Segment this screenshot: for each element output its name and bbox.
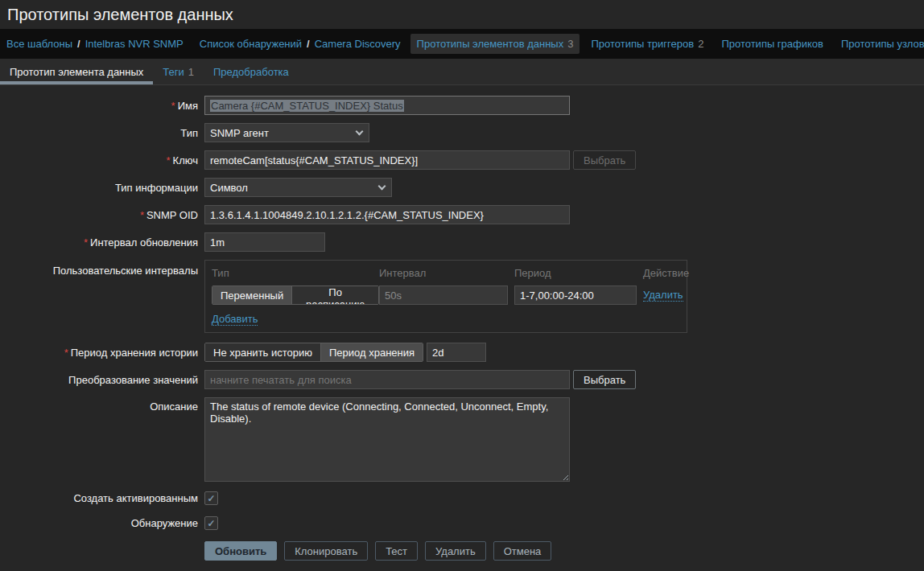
checkmark-icon: ✓	[207, 493, 215, 504]
row-custom-intervals: Пользовательские интервалы Тип Интервал …	[0, 260, 924, 333]
update-button[interactable]: Обновить	[204, 541, 277, 561]
interval-add-link[interactable]: Добавить	[212, 313, 258, 326]
create-enabled-label: Создать активированным	[0, 492, 204, 504]
info-type-select-value: Символ	[210, 182, 248, 194]
type-label: Тип	[0, 127, 204, 139]
tab-label: Предобработка	[213, 66, 289, 78]
row-update-interval: *Интервал обновления	[0, 232, 924, 252]
custom-intervals-table: Тип Интервал Период Действие Переменный …	[204, 260, 687, 333]
tab-label: Теги	[163, 66, 184, 78]
custom-interval-row: Переменный По расписанию Удалить	[212, 286, 680, 305]
chevron-down-icon	[378, 183, 386, 191]
breadcrumb-sections: Прототипы элементов данных3 Прототипы тр…	[410, 34, 924, 54]
section-item-prototypes[interactable]: Прототипы элементов данных3	[410, 34, 580, 54]
info-type-select[interactable]: Символ	[204, 178, 392, 197]
history-label: *Период хранения истории	[0, 347, 204, 359]
create-enabled-checkbox[interactable]: ✓	[204, 491, 218, 505]
section-label: Прототипы триггеров	[591, 38, 694, 50]
section-trigger-prototypes[interactable]: Прототипы триггеров2	[584, 34, 710, 54]
type-select[interactable]: SNMP агент	[204, 123, 369, 142]
row-snmp-oid: *SNMP OID	[0, 205, 924, 224]
test-button[interactable]: Тест	[375, 541, 418, 561]
row-type: Тип SNMP агент	[0, 123, 924, 142]
discover-checkbox[interactable]: ✓	[204, 516, 218, 530]
section-label: Прототипы элементов данных	[417, 38, 564, 50]
col-header-action: Действие	[643, 267, 695, 279]
required-marker: *	[140, 209, 144, 221]
row-name: *Имя Camera {#CAM_STATUS_INDEX} Status	[0, 96, 924, 115]
key-input[interactable]	[204, 150, 570, 170]
col-header-period: Период	[514, 267, 643, 279]
history-period-input[interactable]	[427, 343, 486, 362]
breadcrumb-separator: /	[77, 38, 80, 50]
row-create-enabled: Создать активированным ✓	[0, 491, 924, 505]
valuemap-select-button[interactable]: Выбрать	[573, 370, 636, 389]
clone-button[interactable]: Клонировать	[284, 541, 368, 561]
key-select-button[interactable]: Выбрать	[573, 150, 636, 170]
row-info-type: Тип информации Символ	[0, 178, 924, 197]
page-header: Прототипы элементов данных	[0, 0, 924, 29]
page-title: Прототипы элементов данных	[7, 6, 233, 23]
interval-type-flexible-button[interactable]: Переменный	[212, 286, 292, 304]
section-label: Прототипы графиков	[721, 38, 823, 50]
tab-badge: 1	[188, 66, 194, 78]
history-do-not-keep-button[interactable]: Не хранить историю	[205, 343, 321, 361]
custom-intervals-header: Тип Интервал Период Действие	[212, 267, 680, 279]
required-marker: *	[171, 100, 175, 112]
interval-remove-link[interactable]: Удалить	[643, 289, 683, 302]
valuemap-search-input[interactable]	[204, 370, 570, 389]
breadcrumb-template[interactable]: Intelbras NVR SNMP	[85, 38, 184, 50]
snmp-oid-label: *SNMP OID	[0, 209, 204, 221]
description-textarea[interactable]: The status of remote device (Connecting,…	[204, 397, 570, 482]
breadcrumb-discovery-rule[interactable]: Camera Discovery	[315, 38, 401, 50]
section-graph-prototypes[interactable]: Прототипы графиков	[715, 34, 830, 54]
interval-type-scheduling-button[interactable]: По расписанию	[292, 286, 378, 304]
info-type-label: Тип информации	[0, 182, 204, 194]
cancel-button[interactable]: Отмена	[493, 541, 552, 561]
name-input[interactable]: Camera {#CAM_STATUS_INDEX} Status	[204, 96, 570, 115]
row-valuemap: Преобразование значений Выбрать	[0, 370, 924, 389]
tab-label: Прототип элемента данных	[10, 66, 143, 78]
chevron-down-icon	[356, 128, 364, 136]
update-interval-input[interactable]	[204, 232, 325, 252]
interval-type-toggle: Переменный По расписанию	[212, 286, 379, 305]
type-select-value: SNMP агент	[210, 127, 269, 139]
col-header-type: Тип	[212, 267, 379, 279]
tab-bar: Прототип элемента данных Теги 1 Предобра…	[0, 59, 924, 85]
breadcrumb-discovery-list[interactable]: Список обнаружений	[200, 38, 302, 50]
name-input-selected-text: Camera {#CAM_STATUS_INDEX} Status	[210, 100, 404, 112]
interval-period-input[interactable]	[514, 286, 637, 305]
section-count: 2	[698, 38, 703, 50]
valuemap-label: Преобразование значений	[0, 374, 204, 386]
snmp-oid-input[interactable]	[204, 205, 570, 224]
section-count: 3	[567, 38, 573, 50]
tab-preprocessing[interactable]: Предобработка	[204, 59, 299, 84]
col-header-interval: Интервал	[379, 267, 514, 279]
history-mode-toggle: Не хранить историю Период хранения	[204, 343, 423, 362]
history-storage-period-button[interactable]: Период хранения	[321, 343, 423, 361]
custom-intervals-label: Пользовательские интервалы	[0, 260, 204, 277]
row-history: *Период хранения истории Не хранить исто…	[0, 343, 924, 362]
key-label: *Ключ	[0, 154, 204, 166]
tab-item-prototype[interactable]: Прототип элемента данных	[0, 59, 153, 84]
breadcrumb-separator: /	[307, 38, 310, 50]
row-key: *Ключ Выбрать	[0, 150, 924, 170]
breadcrumb: Все шаблоны / Intelbras NVR SNMP Список …	[0, 29, 924, 59]
row-description: Описание The status of remote device (Co…	[0, 397, 924, 482]
row-discover: Обнаружение ✓	[0, 516, 924, 530]
required-marker: *	[64, 347, 68, 359]
section-host-prototypes[interactable]: Прототипы узлов сети	[835, 34, 924, 54]
required-marker: *	[84, 236, 88, 249]
item-prototype-form: *Имя Camera {#CAM_STATUS_INDEX} Status Т…	[0, 85, 924, 561]
required-marker: *	[167, 154, 171, 166]
name-label: *Имя	[0, 100, 204, 112]
checkmark-icon: ✓	[207, 518, 215, 529]
section-label: Прототипы узлов сети	[841, 38, 924, 50]
form-footer: Обновить Клонировать Тест Удалить Отмена	[0, 541, 924, 561]
tab-tags[interactable]: Теги 1	[153, 59, 204, 84]
interval-value-input[interactable]	[379, 286, 508, 305]
breadcrumb-all-templates[interactable]: Все шаблоны	[6, 38, 72, 50]
delete-button[interactable]: Удалить	[425, 541, 486, 561]
description-label: Описание	[0, 397, 204, 413]
discover-label: Обнаружение	[0, 517, 204, 529]
